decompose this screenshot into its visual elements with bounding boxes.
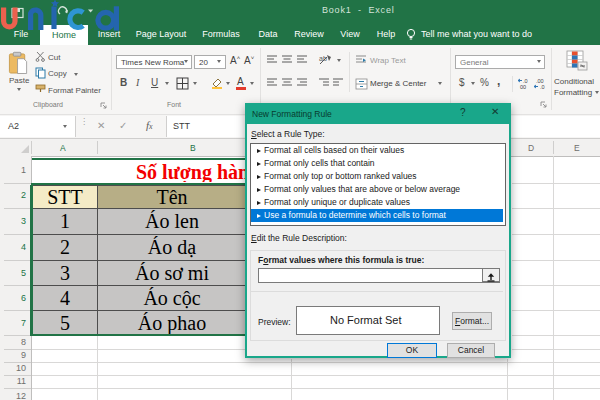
svg-text:00: 00: [520, 84, 526, 90]
svg-text:ab: ab: [319, 55, 327, 62]
svg-text:.0: .0: [540, 84, 545, 90]
